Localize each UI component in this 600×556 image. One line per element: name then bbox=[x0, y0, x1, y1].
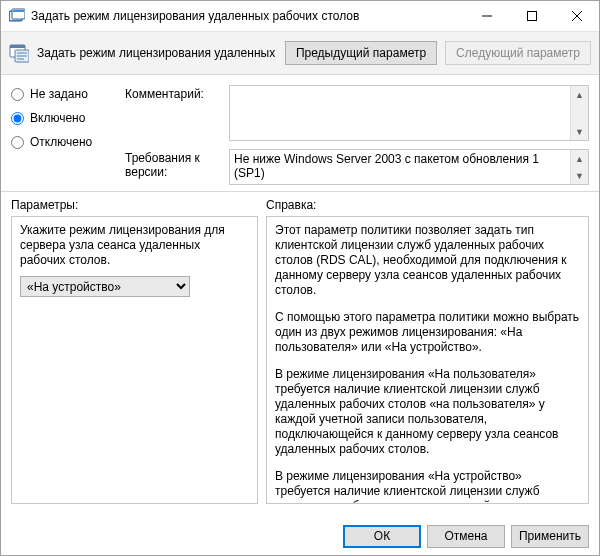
upper-section: Не задано Включено Отключено Комментарий… bbox=[1, 75, 599, 192]
dialog-window: Задать режим лицензирования удаленных ра… bbox=[0, 0, 600, 556]
svg-rect-9 bbox=[10, 45, 25, 48]
options-column: Параметры: Укажите режим лицензирования … bbox=[11, 198, 266, 517]
svg-rect-5 bbox=[527, 12, 536, 21]
radio-disabled[interactable]: Отключено bbox=[11, 135, 121, 149]
previous-setting-button[interactable]: Предыдущий параметр bbox=[285, 41, 437, 65]
scroll-up-icon[interactable]: ▲ bbox=[571, 86, 588, 103]
help-paragraph: В режиме лицензирования «На устройство» … bbox=[275, 469, 580, 504]
apply-button[interactable]: Применить bbox=[511, 525, 589, 548]
options-pane: Укажите режим лицензирования для сервера… bbox=[11, 216, 258, 504]
app-icon bbox=[9, 8, 25, 24]
window-title: Задать режим лицензирования удаленных ра… bbox=[31, 9, 464, 23]
radio-enabled-input[interactable] bbox=[11, 112, 24, 125]
help-column: Справка: Этот параметр политики позволяе… bbox=[266, 198, 589, 517]
options-heading: Параметры: bbox=[11, 198, 266, 212]
next-setting-button: Следующий параметр bbox=[445, 41, 591, 65]
radio-not-configured-input[interactable] bbox=[11, 88, 24, 101]
scroll-down-icon[interactable]: ▼ bbox=[571, 123, 588, 140]
supported-field: Не ниже Windows Server 2003 с пакетом об… bbox=[229, 149, 589, 185]
cancel-button[interactable]: Отмена bbox=[427, 525, 505, 548]
policy-title: Задать режим лицензирования удаленных ра… bbox=[37, 46, 277, 60]
comment-field[interactable]: ▲ ▼ bbox=[229, 85, 589, 141]
ok-button[interactable]: ОК bbox=[343, 525, 421, 548]
supported-value: Не ниже Windows Server 2003 с пакетом об… bbox=[234, 152, 584, 180]
close-button[interactable] bbox=[554, 1, 599, 31]
help-heading: Справка: bbox=[266, 198, 589, 212]
comment-scrollbar[interactable]: ▲ ▼ bbox=[570, 86, 588, 140]
middle-section: Параметры: Укажите режим лицензирования … bbox=[1, 192, 599, 517]
help-pane[interactable]: Этот параметр политики позволяет задать … bbox=[266, 216, 589, 504]
radio-disabled-label: Отключено bbox=[30, 135, 92, 149]
supported-scrollbar[interactable]: ▲ ▼ bbox=[570, 150, 588, 184]
scroll-down-icon[interactable]: ▼ bbox=[571, 167, 588, 184]
mode-label: Укажите режим лицензирования для сервера… bbox=[20, 223, 249, 268]
minimize-button[interactable] bbox=[464, 1, 509, 31]
mode-select[interactable]: «На устройство» «На пользователя» bbox=[20, 276, 190, 297]
radio-enabled-label: Включено bbox=[30, 111, 85, 125]
titlebar: Задать режим лицензирования удаленных ра… bbox=[1, 1, 599, 32]
svg-rect-3 bbox=[13, 10, 24, 12]
scroll-up-icon[interactable]: ▲ bbox=[571, 150, 588, 167]
help-paragraph: Этот параметр политики позволяет задать … bbox=[275, 223, 580, 298]
maximize-button[interactable] bbox=[509, 1, 554, 31]
supported-label: Требования к версии: bbox=[125, 149, 225, 185]
radio-enabled[interactable]: Включено bbox=[11, 111, 121, 125]
radio-not-configured[interactable]: Не задано bbox=[11, 87, 121, 101]
policy-icon bbox=[9, 43, 29, 63]
header-strip: Задать режим лицензирования удаленных ра… bbox=[1, 32, 599, 75]
radio-not-configured-label: Не задано bbox=[30, 87, 88, 101]
comment-label: Комментарий: bbox=[125, 85, 225, 141]
footer: ОК Отмена Применить bbox=[1, 517, 599, 555]
help-paragraph: С помощью этого параметра политики можно… bbox=[275, 310, 580, 355]
state-radio-group: Не задано Включено Отключено bbox=[11, 85, 121, 185]
help-paragraph: В режиме лицензирования «На пользователя… bbox=[275, 367, 580, 457]
radio-disabled-input[interactable] bbox=[11, 136, 24, 149]
